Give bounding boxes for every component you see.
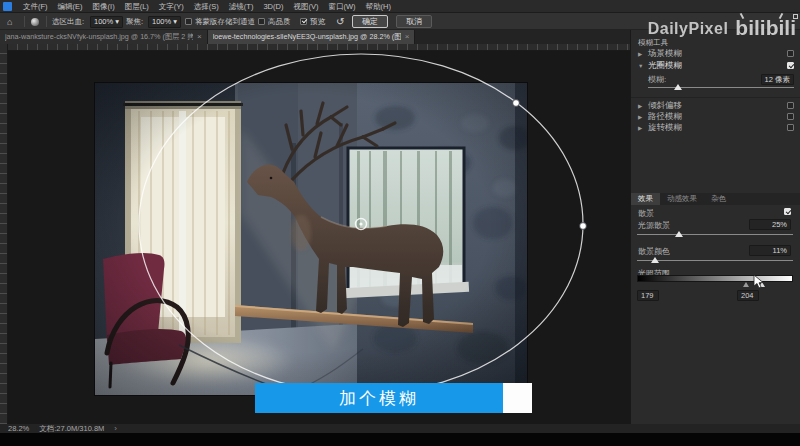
iris-blur-checkbox[interactable] [787, 62, 794, 69]
blur-amount-slider[interactable] [648, 87, 794, 88]
light-bokeh-label: 光源散景 [638, 220, 670, 231]
menu-layer[interactable]: 图层(L) [120, 0, 154, 13]
bokeh-restore-icon[interactable] [784, 208, 791, 215]
bilibili-tv-icon [793, 14, 798, 19]
document-tab-active[interactable]: loewe-technologies-slleNyEE3Q-unsplash.j… [208, 30, 416, 44]
bilibili-logo: bilibili [735, 18, 796, 38]
tool-row-spin-blur[interactable]: ▶ 旋转模糊 [631, 122, 800, 133]
cancel-button[interactable]: 取消 [396, 15, 432, 28]
light-range-thumb-low[interactable] [743, 282, 749, 287]
menu-edit[interactable]: 编辑(E) [53, 0, 88, 13]
ellipse-size-handle[interactable] [580, 223, 587, 230]
bokeh-color-label: 散景颜色 [638, 246, 670, 257]
menu-image[interactable]: 图像(I) [88, 0, 120, 13]
close-icon[interactable]: × [197, 33, 202, 41]
preview-label: 预览 [310, 17, 325, 27]
preview-checkbox[interactable] [300, 18, 307, 25]
field-blur-checkbox[interactable] [787, 50, 794, 57]
blur-amount-label: 模糊: [648, 74, 666, 85]
save-mask-label: 将蒙版存储到通道 [195, 17, 255, 27]
caret-down-icon: ▼ [638, 63, 644, 69]
blur-amount-value[interactable]: 12 像素 [761, 74, 794, 85]
panel-title: 模糊工具 [638, 38, 668, 48]
selection-bleed-value[interactable]: 100%▾ [90, 16, 123, 28]
blur-slider-thumb[interactable] [674, 84, 682, 90]
path-blur-checkbox[interactable] [787, 113, 794, 120]
light-bokeh-slider[interactable] [637, 234, 793, 235]
document-tab-label: jana-wanksture-cksNVfyk-unsplash.jpg @ 1… [5, 32, 193, 42]
caret-right-icon: ▶ [638, 114, 644, 120]
tool-row-path-blur[interactable]: ▶ 路径模糊 [631, 111, 800, 122]
document-tab-inactive[interactable]: jana-wanksture-cksNVfyk-unsplash.jpg @ 1… [0, 30, 208, 44]
photoshop-logo-icon [3, 2, 12, 11]
menu-help[interactable]: 帮助(H) [361, 0, 396, 13]
menu-view[interactable]: 视图(V) [288, 0, 323, 13]
document-info: 文档:27.0M/310.8M [39, 424, 104, 434]
caption-text: 加个模糊 [339, 387, 419, 410]
canvas-area[interactable] [8, 51, 630, 424]
light-range-thumb-high[interactable] [759, 282, 765, 287]
bokeh-section-label: 散景 [638, 208, 654, 219]
zoom-level[interactable]: 28.2% [8, 424, 29, 433]
light-range-high-value[interactable]: 204 [737, 290, 759, 301]
bokeh-color-slider[interactable] [637, 260, 793, 261]
focus-label: 聚焦: [126, 17, 143, 27]
light-bokeh-thumb[interactable] [675, 231, 683, 237]
spin-blur-checkbox[interactable] [787, 124, 794, 131]
reset-icon[interactable]: ↺ [336, 16, 344, 27]
caret-right-icon: ▶ [638, 103, 644, 109]
tab-effects[interactable]: 效果 [631, 193, 660, 205]
dropdown-caret-icon: ▾ [173, 17, 177, 26]
close-icon[interactable]: × [405, 33, 410, 41]
tool-row-iris-blur[interactable]: ▼ 光圈模糊 [631, 60, 800, 71]
menu-window[interactable]: 窗口(W) [323, 0, 360, 13]
blur-tool-icon[interactable] [31, 18, 39, 26]
document-tab-label: loewe-technologies-slleNyEE3Q-unsplash.j… [213, 32, 401, 42]
home-icon[interactable]: ⌂ [7, 17, 12, 27]
blur-gallery-panel: 模糊工具 ▶ 场景模糊 ▼ 光圈模糊 模糊: 12 像素 ▶ 倾斜偏移 ▶ 路径… [630, 30, 800, 424]
chevron-icon[interactable]: › [114, 424, 117, 433]
dailypixel-watermark: DailyPixel [648, 20, 729, 38]
caption-bar: 加个模糊 [255, 383, 503, 413]
dropdown-caret-icon: ▾ [115, 17, 119, 26]
tilt-shift-checkbox[interactable] [787, 102, 794, 109]
menu-file[interactable]: 文件(F) [18, 0, 53, 13]
menu-3d[interactable]: 3D(D) [258, 0, 288, 13]
caret-right-icon: ▶ [638, 125, 644, 131]
caption-cursor-block [503, 383, 532, 413]
high-quality-label: 高品质 [268, 17, 291, 27]
watermark: DailyPixel bilibili [640, 8, 800, 38]
tab-noise[interactable]: 杂色 [704, 193, 733, 205]
light-range-gradient[interactable] [637, 275, 793, 282]
status-bar: 28.2% 文档:27.0M/310.8M › [0, 424, 800, 433]
selection-bleed-label: 选区出血: [52, 17, 84, 27]
document-tabs: jana-wanksture-cksNVfyk-unsplash.jpg @ 1… [0, 30, 630, 44]
bottom-strip [0, 433, 800, 446]
menu-select[interactable]: 选择(S) [189, 0, 224, 13]
ok-button[interactable]: 确定 [352, 15, 388, 28]
menu-filter[interactable]: 滤镜(T) [224, 0, 259, 13]
deer-room-photo [95, 83, 527, 395]
photo-document [95, 83, 527, 395]
caret-right-icon: ▶ [638, 51, 644, 57]
tool-row-tilt-shift[interactable]: ▶ 倾斜偏移 [631, 100, 800, 111]
high-quality-checkbox[interactable] [258, 18, 265, 25]
bokeh-color-thumb[interactable] [651, 257, 659, 263]
bokeh-color-value[interactable]: 11% [749, 245, 791, 256]
save-mask-checkbox[interactable] [185, 18, 192, 25]
horizontal-ruler [8, 44, 630, 51]
light-bokeh-value[interactable]: 25% [749, 219, 791, 230]
effects-tabs: 效果 动感效果 杂色 [631, 193, 800, 205]
vertical-ruler [0, 44, 8, 424]
focus-value[interactable]: 100%▾ [148, 16, 181, 28]
photoshop-window: 文件(F) 编辑(E) 图像(I) 图层(L) 文字(Y) 选择(S) 滤镜(T… [0, 0, 800, 446]
tool-row-field-blur[interactable]: ▶ 场景模糊 [631, 48, 800, 59]
menu-type[interactable]: 文字(Y) [154, 0, 189, 13]
light-range-low-value[interactable]: 179 [637, 290, 659, 301]
tab-motion-effects[interactable]: 动感效果 [660, 193, 704, 205]
